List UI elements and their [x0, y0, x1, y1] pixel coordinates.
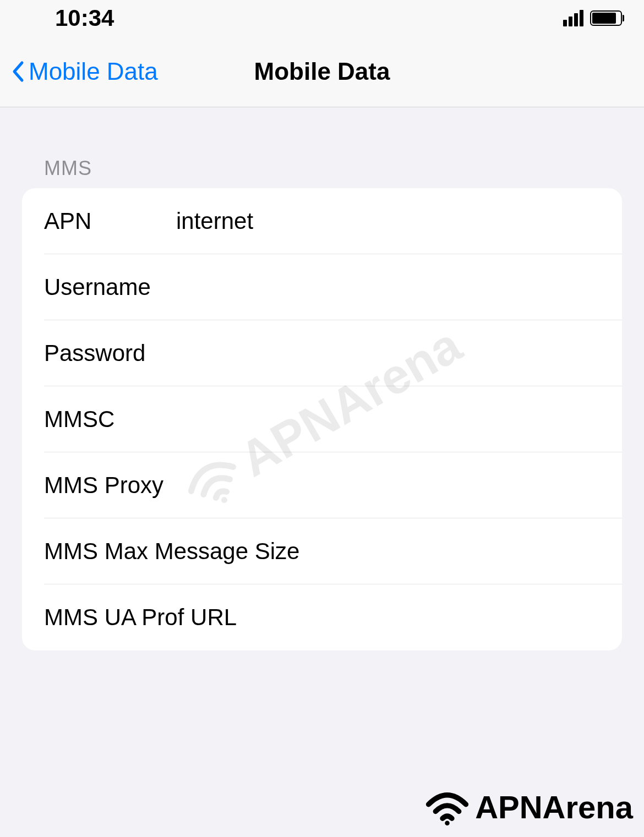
mmsc-label: MMSC: [44, 406, 176, 433]
svg-point-1: [445, 821, 450, 826]
mms-ua-prof-row[interactable]: MMS UA Prof URL: [22, 584, 622, 650]
password-label: Password: [44, 340, 176, 366]
footer-logo: APNArena: [424, 787, 633, 826]
back-label: Mobile Data: [29, 58, 158, 85]
section-header-mms: MMS: [0, 107, 644, 188]
battery-icon: [590, 10, 622, 26]
mms-proxy-input[interactable]: [163, 472, 600, 499]
password-row[interactable]: Password: [22, 320, 622, 386]
mms-ua-prof-input[interactable]: [237, 604, 600, 631]
mms-max-size-input[interactable]: [299, 538, 600, 565]
navigation-bar: Mobile Data Mobile Data: [0, 36, 644, 107]
mms-max-size-row[interactable]: MMS Max Message Size: [22, 518, 622, 584]
page-title: Mobile Data: [254, 58, 390, 85]
username-row[interactable]: Username: [22, 254, 622, 320]
chevron-back-icon: [11, 61, 24, 83]
mms-proxy-row[interactable]: MMS Proxy: [22, 452, 622, 518]
status-indicators: [563, 10, 622, 26]
apn-row[interactable]: APN: [22, 188, 622, 254]
mms-ua-prof-label: MMS UA Prof URL: [44, 604, 237, 631]
mms-settings-group: APN Username Password MMSC MMS Proxy MMS…: [22, 188, 622, 650]
mmsc-row[interactable]: MMSC: [22, 386, 622, 452]
back-button[interactable]: Mobile Data: [11, 58, 158, 85]
apn-label: APN: [44, 208, 176, 234]
apn-input[interactable]: [176, 208, 600, 234]
cellular-signal-icon: [563, 10, 583, 26]
status-bar: 10:34: [0, 0, 644, 36]
username-input[interactable]: [176, 274, 600, 300]
mms-proxy-label: MMS Proxy: [44, 472, 163, 499]
status-time: 10:34: [55, 5, 114, 31]
wifi-icon: [424, 787, 471, 826]
mms-max-size-label: MMS Max Message Size: [44, 538, 299, 565]
password-input[interactable]: [176, 340, 600, 366]
username-label: Username: [44, 274, 176, 300]
mmsc-input[interactable]: [176, 406, 600, 433]
